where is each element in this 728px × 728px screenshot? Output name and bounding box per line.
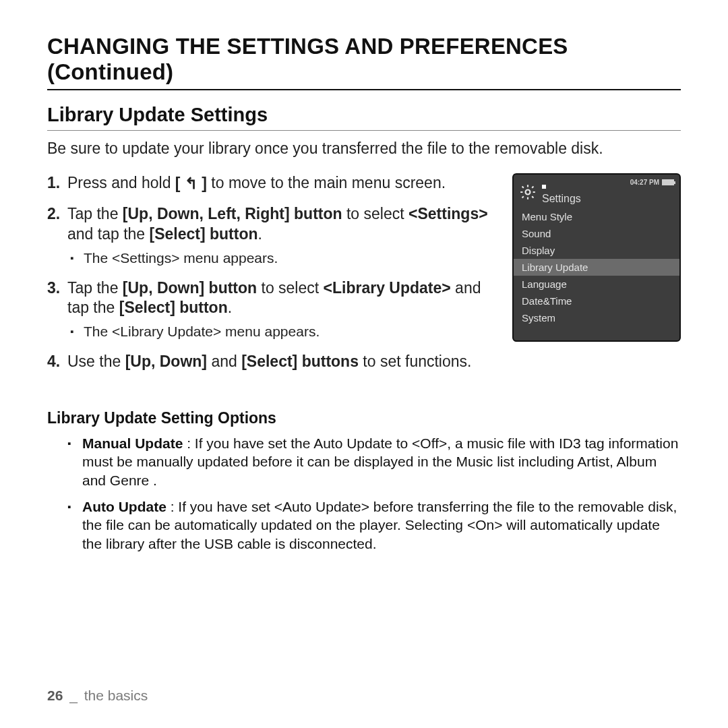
step-bold: [Select] buttons	[241, 353, 359, 370]
step-bold: [Up, Down]	[125, 353, 207, 370]
device-menu-item: Language	[514, 276, 679, 293]
step-item: Tap the [Up, Down] button to select <Lib…	[47, 278, 496, 341]
svg-point-0	[526, 189, 530, 194]
option-desc: : If you have set <Auto Update> before t…	[82, 499, 677, 551]
device-status: 04:27 PM	[630, 179, 674, 186]
step-item: Press and hold [ ↰ ] to move to the main…	[47, 173, 496, 194]
step-bold: [Select] button	[119, 299, 228, 316]
battery-icon	[662, 179, 674, 185]
device-menu-item: Sound	[514, 225, 679, 242]
page-footer: 26 _ the basics	[47, 688, 148, 704]
step-text: to select	[257, 279, 323, 297]
chapter-title: CHANGING THE SETTINGS AND PREFERENCES (C…	[47, 34, 681, 90]
footer-separator: _	[67, 688, 80, 703]
step-text: Use the	[67, 353, 125, 370]
step-text: to move to the main menu screen.	[207, 174, 446, 191]
device-menu-item-selected: Library Update	[514, 259, 679, 276]
device-title: Settings	[542, 185, 581, 204]
device-screenshot: Settings 04:27 PM Menu Style Sound Displ…	[512, 173, 681, 342]
page-number: 26	[47, 688, 63, 703]
device-menu-item: Display	[514, 242, 679, 259]
step-bold: <Library Update>	[324, 279, 451, 297]
step-text: to select	[342, 205, 408, 222]
device-time: 04:27 PM	[630, 179, 659, 186]
footer-section: the basics	[84, 688, 148, 703]
step-item: Use the [Up, Down] and [Select] buttons …	[47, 352, 496, 371]
option-term: Manual Update	[82, 435, 183, 451]
option-item: Manual Update : If you have set the Auto…	[67, 434, 681, 489]
device-menu-item: Menu Style	[514, 208, 679, 225]
option-item: Auto Update : If you have set <Auto Upda…	[67, 497, 681, 553]
device-menu: Menu Style Sound Display Library Update …	[514, 208, 679, 326]
step-text: to set functions.	[359, 353, 471, 370]
step-bold: [Up, Down] button	[123, 279, 257, 297]
options-list: Manual Update : If you have set the Auto…	[47, 434, 681, 553]
step-text: and	[207, 353, 241, 370]
step-bold: <Settings>	[408, 205, 488, 222]
options-heading: Library Update Setting Options	[47, 409, 681, 427]
section-title: Library Update Settings	[47, 104, 681, 131]
step-bold: [Select] button	[150, 225, 258, 243]
step-bold: [Up, Down, Left, Right] button	[123, 205, 342, 222]
step-item: Tap the [Up, Down, Left, Right] button t…	[47, 204, 496, 267]
step-text: Press and hold	[67, 174, 175, 191]
option-term: Auto Update	[82, 499, 166, 514]
substep-item: The <Library Update> menu appears.	[67, 323, 496, 340]
device-menu-item: System	[514, 309, 679, 326]
step-text: Tap the	[67, 279, 123, 297]
intro-text: Be sure to update your library once you …	[47, 139, 681, 158]
gear-icon	[519, 183, 537, 201]
step-text: .	[258, 225, 262, 243]
step-text: and tap the	[67, 225, 150, 243]
substep-item: The <Settings> menu appears.	[67, 249, 496, 267]
back-key-icon: [ ↰ ]	[175, 174, 207, 193]
steps-list: Press and hold [ ↰ ] to move to the main…	[47, 173, 496, 371]
device-menu-item: Date&Time	[514, 293, 679, 309]
step-text: Tap the	[67, 205, 123, 222]
step-text: .	[228, 299, 232, 316]
